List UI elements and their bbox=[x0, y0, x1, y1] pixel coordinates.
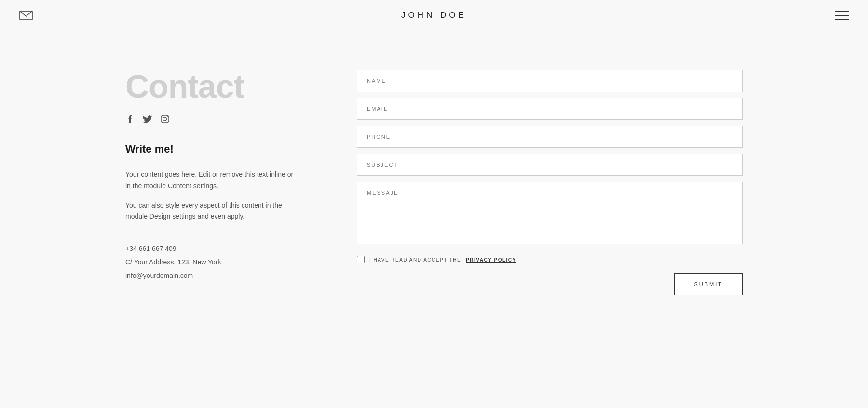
svg-point-2 bbox=[163, 117, 167, 121]
email-input[interactable] bbox=[357, 98, 743, 120]
privacy-policy-link[interactable]: PRIVACY POLICY bbox=[466, 257, 516, 263]
message-field-group bbox=[357, 182, 743, 246]
site-title: JOHN DOE bbox=[401, 11, 467, 20]
contact-form: I HAVE READ AND ACCEPT THE PRIVACY POLIC… bbox=[328, 70, 743, 295]
social-icons-group bbox=[125, 114, 299, 124]
address-text: C/ Your Address, 123, New York bbox=[125, 255, 299, 269]
description-1: Your content goes here. Edit or remove t… bbox=[125, 169, 299, 192]
hamburger-menu-icon[interactable] bbox=[835, 11, 849, 20]
submit-button[interactable]: SUBMIT bbox=[674, 273, 743, 295]
write-me-heading: Write me! bbox=[125, 143, 299, 156]
left-column: Contact Write me! Your conte bbox=[125, 70, 328, 295]
phone-text: +34 661 667 409 bbox=[125, 242, 299, 255]
twitter-icon[interactable] bbox=[143, 114, 152, 124]
privacy-row: I HAVE READ AND ACCEPT THE PRIVACY POLIC… bbox=[357, 256, 743, 263]
submit-row: SUBMIT bbox=[357, 273, 743, 295]
main-content: Contact Write me! Your conte bbox=[0, 31, 868, 334]
svg-point-3 bbox=[167, 116, 168, 117]
subject-input[interactable] bbox=[357, 154, 743, 176]
privacy-label: I HAVE READ AND ACCEPT THE bbox=[369, 257, 461, 263]
phone-input[interactable] bbox=[357, 126, 743, 148]
facebook-icon[interactable] bbox=[125, 114, 135, 124]
contact-info: +34 661 667 409 C/ Your Address, 123, Ne… bbox=[125, 242, 299, 282]
description-2: You can also style every aspect of this … bbox=[125, 200, 299, 223]
email-field-group bbox=[357, 98, 743, 120]
mail-icon[interactable] bbox=[19, 10, 35, 21]
instagram-icon[interactable] bbox=[160, 114, 170, 124]
privacy-checkbox[interactable] bbox=[357, 256, 365, 263]
subject-field-group bbox=[357, 154, 743, 176]
name-input[interactable] bbox=[357, 70, 743, 92]
site-header: JOHN DOE bbox=[0, 0, 868, 31]
phone-field-group bbox=[357, 126, 743, 148]
email-text: info@yourdomain.com bbox=[125, 269, 299, 282]
name-field-group bbox=[357, 70, 743, 92]
page-title: Contact bbox=[125, 70, 299, 103]
message-textarea[interactable] bbox=[357, 182, 743, 244]
